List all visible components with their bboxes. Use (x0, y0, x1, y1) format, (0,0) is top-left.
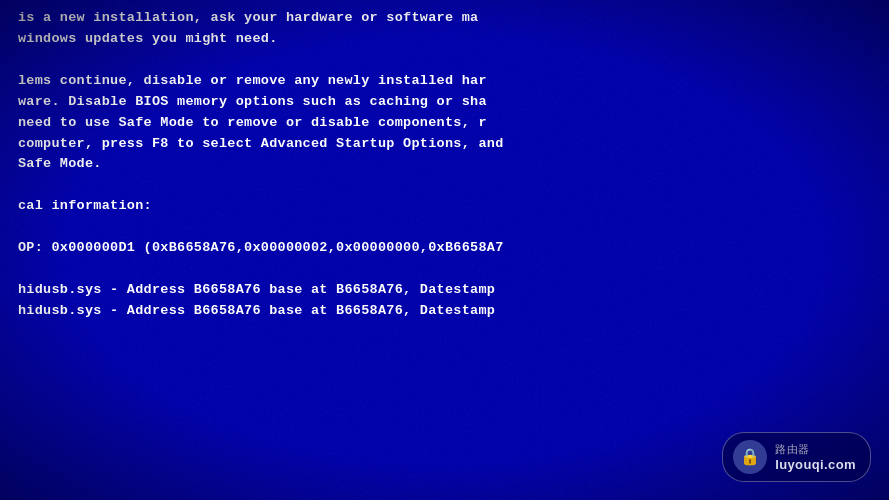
bsod-line (18, 175, 871, 196)
bsod-line: hidusb.sys - Address B6658A76 base at B6… (18, 280, 871, 301)
bsod-line: hidusb.sys - Address B6658A76 base at B6… (18, 301, 871, 322)
bsod-text-block: is a new installation, ask your hardware… (0, 0, 889, 322)
watermark-icon: 🔒 (733, 440, 767, 474)
watermark-badge: 🔒 路由器 luyouqi.com (722, 432, 871, 482)
bsod-line (18, 217, 871, 238)
bsod-line: OP: 0x000000D1 (0xB6658A76,0x00000002,0x… (18, 238, 871, 259)
bsod-line: lems continue, disable or remove any new… (18, 71, 871, 92)
bsod-screen: is a new installation, ask your hardware… (0, 0, 889, 500)
bsod-line (18, 50, 871, 71)
bsod-line: windows updates you might need. (18, 29, 871, 50)
watermark-text-block: 路由器 luyouqi.com (775, 442, 856, 472)
bsod-line: computer, press F8 to select Advanced St… (18, 134, 871, 155)
bsod-line: ware. Disable BIOS memory options such a… (18, 92, 871, 113)
watermark-bottom-label: luyouqi.com (775, 457, 856, 472)
bsod-line (18, 259, 871, 280)
bsod-line: need to use Safe Mode to remove or disab… (18, 113, 871, 134)
bsod-line: is a new installation, ask your hardware… (18, 8, 871, 29)
bsod-line: Safe Mode. (18, 154, 871, 175)
watermark-top-label: 路由器 (775, 442, 810, 457)
bsod-line: cal information: (18, 196, 871, 217)
